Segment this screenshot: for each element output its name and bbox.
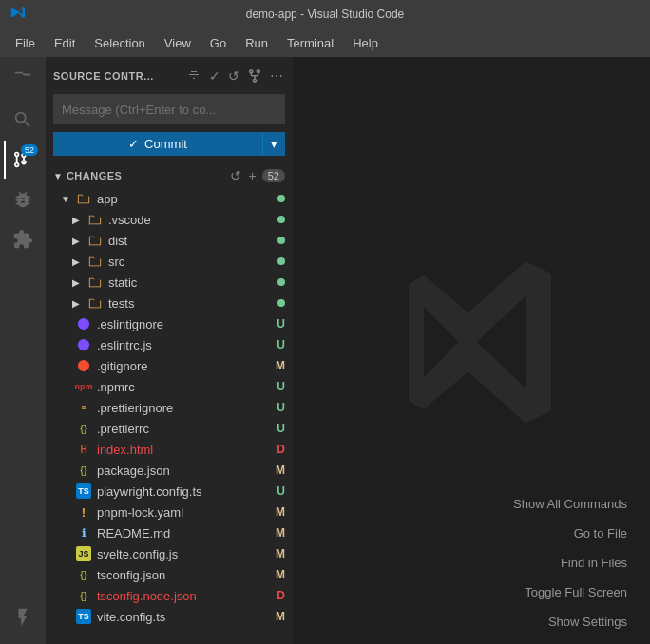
status-dot [277,257,285,265]
menu-view[interactable]: View [157,32,199,54]
list-item[interactable]: ▶ dist [46,230,293,251]
file-name: index.html [97,443,273,457]
status-badge: U [277,380,285,393]
list-item[interactable]: ▶ npm .npmrc U [46,376,293,397]
commit-button[interactable]: ✓ Commit [53,132,262,156]
list-item[interactable]: ▶ .eslintrc.js U [46,334,293,355]
file-name: .prettierrc [97,422,273,436]
show-all-commands-item[interactable]: Show All Commands [513,497,627,511]
list-item[interactable]: ▶ {} tsconfig.node.json D [46,585,293,606]
list-item[interactable]: ▶ {} tsconfig.json M [46,564,293,585]
prettier-file-icon: ≡ [76,400,91,415]
toggle-full-screen-item[interactable]: Toggle Full Screen [525,585,627,599]
menu-bar: File Edit Selection View Go Run Terminal… [0,28,650,57]
list-item[interactable]: ▶ src [46,251,293,272]
file-name: vite.config.ts [97,610,272,624]
list-item[interactable]: ▶ H index.html D [46,439,293,460]
commit-checkmark-icon: ✓ [128,137,139,151]
go-to-file-item[interactable]: Go to File [574,526,627,540]
changes-chevron-icon: ▼ [53,171,63,181]
status-dot [277,216,285,223]
sc-check-icon[interactable]: ✓ [207,66,222,85]
list-item[interactable]: ▶ ! pnpm-lock.yaml M [46,502,293,522]
folder-icon [87,275,103,290]
file-name: .gitignore [97,359,272,373]
file-name: .eslintignore [97,317,273,331]
menu-go[interactable]: Go [202,32,234,54]
vscode-logo-icon [10,5,25,24]
status-badge: M [276,568,285,581]
status-badge: M [276,526,285,540]
changes-stage-all-icon[interactable]: + [247,167,258,184]
menu-run[interactable]: Run [238,32,276,54]
list-item[interactable]: ▶ tests [46,293,293,313]
find-in-files-item[interactable]: Find in Files [561,556,627,570]
list-item[interactable]: ▶ TS playwright.config.ts U [46,481,293,502]
status-badge: M [276,547,285,560]
npm-file-icon: npm [76,379,91,394]
changes-header[interactable]: ▼ Changes ↺ + 52 [46,163,293,188]
status-badge: D [277,589,285,602]
menu-terminal[interactable]: Terminal [279,32,341,54]
list-item[interactable]: ▶ .eslintignore U [46,313,293,334]
file-name: tsconfig.json [97,568,272,582]
warning-file-icon: ! [76,504,91,520]
file-name: playwright.config.ts [97,484,273,499]
svg-point-1 [78,339,89,350]
show-settings-item[interactable]: Show Settings [548,615,627,629]
changes-count-badge: 52 [262,169,285,182]
list-item[interactable]: ▶ ℹ README.md M [46,522,293,543]
sc-branch-icon[interactable] [245,66,264,85]
list-item[interactable]: ▼ app [46,188,293,209]
expand-icon: ▶ [72,277,84,288]
commit-message-input[interactable] [53,94,285,124]
menu-file[interactable]: File [8,32,43,54]
menu-selection[interactable]: Selection [86,32,152,54]
activity-source-control[interactable]: 52 [4,141,42,179]
status-badge: U [277,317,285,331]
activity-extensions[interactable] [4,220,42,258]
list-item[interactable]: ▶ {} .prettierrc U [46,418,293,439]
expand-icon: ▶ [72,256,84,267]
list-item[interactable]: ▶ TS vite.config.ts M [46,606,293,627]
sc-refresh-icon[interactable]: ↺ [226,66,241,85]
list-item[interactable]: ▶ {} package.json M [46,460,293,481]
changes-undo-icon[interactable]: ↺ [228,167,243,184]
js-file-icon: JS [76,546,91,561]
activity-explorer[interactable] [4,61,42,99]
status-badge: U [277,338,285,351]
commit-dropdown-button[interactable]: ▾ [262,132,285,156]
prettierrc-file-icon: {} [76,421,91,436]
list-item[interactable]: ▶ static [46,272,293,293]
eslint-file-icon [76,316,91,331]
commit-input-area [46,90,293,132]
activity-run-debug[interactable] [4,180,42,218]
activity-search[interactable] [4,101,42,139]
file-name: README.md [97,526,272,540]
context-menu: Show All Commands Go to File Find in Fil… [513,497,627,629]
json-file-icon: {} [76,463,91,478]
svg-point-2 [78,360,89,371]
expand-icon: ▶ [72,215,84,225]
status-badge: M [276,464,285,477]
sc-more-icon[interactable]: ⋯ [268,66,285,85]
source-control-header: SOURCE CONTR... ✓ ↺ ⋯ [46,57,293,90]
folder-icon [76,191,91,206]
file-name: tests [108,296,274,311]
list-item[interactable]: ▶ .gitignore M [46,355,293,376]
list-item[interactable]: ▶ .vscode [46,209,293,230]
sidebar: SOURCE CONTR... ✓ ↺ ⋯ ✓ Commit [46,57,293,644]
commit-button-label: Commit [144,137,187,151]
list-item[interactable]: ▶ ≡ .prettierignore U [46,397,293,418]
menu-help[interactable]: Help [345,32,386,54]
window-title: demo-app - Visual Studio Code [246,8,405,21]
activity-lightning[interactable] [4,598,42,636]
source-control-actions: ✓ ↺ ⋯ [184,66,285,85]
source-control-title: SOURCE CONTR... [53,70,154,82]
list-item[interactable]: ▶ JS svelte.config.js M [46,543,293,564]
folder-icon [87,233,103,248]
menu-edit[interactable]: Edit [47,32,83,54]
status-dot [277,278,285,286]
sc-filter-icon[interactable] [184,66,203,85]
status-badge: U [277,401,285,414]
